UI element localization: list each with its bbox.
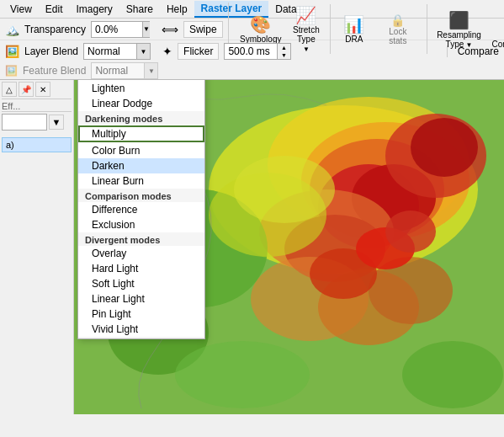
menu-edit[interactable]: Edit: [39, 2, 70, 17]
dd-item-hard-light[interactable]: Hard Light: [78, 261, 204, 276]
layer-blend-label: Layer Blend: [24, 45, 78, 57]
transparency-input[interactable]: 0.0% ▼: [91, 21, 150, 38]
dd-item-exclusion[interactable]: Exclusion: [78, 217, 204, 232]
dd-item-pin-light[interactable]: Pin Light: [78, 306, 204, 322]
flicker-input[interactable]: ▲ ▼: [224, 43, 291, 60]
dd-item-lighten[interactable]: Lighten: [78, 81, 204, 96]
lock-stats-button[interactable]: 🔒 Lock stats: [374, 11, 422, 48]
feature-blend-icon: 🖼️: [5, 65, 18, 77]
dd-item-linear-dodge[interactable]: Linear Dodge: [78, 96, 204, 111]
layer-item[interactable]: a): [2, 137, 72, 152]
dd-item-darken[interactable]: Darken: [78, 158, 204, 173]
panel-pin-btn[interactable]: 📌: [19, 82, 34, 97]
feature-blend-arrow: ▼: [144, 63, 157, 78]
svg-point-17: [402, 341, 503, 408]
dd-item-multiply[interactable]: Multiply: [78, 125, 204, 142]
svg-point-22: [385, 211, 436, 253]
feature-blend-combo: Normal ▼: [91, 62, 158, 79]
flicker-up-arrow[interactable]: ▲: [278, 44, 289, 51]
flicker-down-arrow[interactable]: ▼: [278, 51, 289, 59]
layer-blend-combo[interactable]: Normal ▼: [83, 43, 151, 60]
transparency-value: 0.0%: [92, 24, 142, 35]
main-area: △ 📌 ✕ Eff... ▼ a): [0, 80, 504, 414]
dd-section-darkening: Darkening modes: [78, 111, 204, 125]
dd-item-difference[interactable]: Difference: [78, 202, 204, 217]
lock-icon: 🔒: [390, 13, 405, 27]
feature-blend-label: Feature Blend: [23, 65, 86, 77]
dd-section-color-combination: Color combination modes: [78, 337, 204, 339]
resampling-type-button[interactable]: ⬛ ResamplingType: [432, 8, 485, 51]
dra-label: DRA: [345, 35, 363, 44]
stretch-type-button[interactable]: 📈 StretchType: [288, 3, 325, 56]
panel-collapse-btn[interactable]: △: [2, 82, 17, 97]
flicker-value-input[interactable]: [225, 44, 277, 59]
dd-item-overlay[interactable]: Overlay: [78, 246, 204, 261]
menu-imagery[interactable]: Imagery: [69, 2, 119, 17]
transparency-label: Transparency: [24, 24, 86, 35]
dd-item-linear-light[interactable]: Linear Light: [78, 291, 204, 306]
search-button[interactable]: ▼: [49, 115, 64, 130]
menu-share[interactable]: Share: [119, 2, 160, 17]
dd-section-comparison: Comparison modes: [78, 189, 204, 202]
swipe-button[interactable]: Swipe: [183, 21, 223, 38]
dra-button[interactable]: 📊 DRA: [336, 12, 373, 46]
symbology-button[interactable]: 🎨 Symbology: [236, 12, 286, 46]
stretch-label: StretchType: [293, 25, 320, 53]
stretch-icon: 📈: [295, 5, 316, 25]
dd-item-soft-light[interactable]: Soft Light: [78, 276, 204, 291]
svg-point-19: [234, 156, 335, 223]
toolbar-area: 🏔️ Transparency 0.0% ▼ ⟺ Swipe 🎨 Symbolo…: [0, 19, 504, 80]
dd-item-vivid-light[interactable]: Vivid Light: [78, 322, 204, 337]
dd-item-linear-burn[interactable]: Linear Burn: [78, 173, 204, 189]
search-row: ▼: [2, 114, 72, 131]
left-panel: △ 📌 ✕ Eff... ▼ a): [0, 80, 74, 414]
dra-icon: 📊: [343, 14, 364, 35]
layer-blend-icon: 🖼️: [5, 45, 19, 58]
band-combination-button[interactable]: 🟦 BandCombination: [487, 8, 504, 51]
search-input[interactable]: [2, 114, 47, 131]
swipe-icon: ⟺: [162, 23, 178, 36]
transparency-dropdown-arrow[interactable]: ▼: [142, 22, 150, 37]
svg-point-16: [175, 341, 310, 408]
eff-label: Eff...: [2, 101, 72, 112]
resampling-icon: ⬛: [448, 10, 470, 30]
layer-blend-dropdown[interactable]: Normal Lightening modes Screen Color Dod…: [77, 80, 205, 339]
menu-help[interactable]: Help: [160, 2, 194, 17]
lock-label: Lock stats: [380, 27, 416, 45]
panel-close-btn[interactable]: ✕: [35, 82, 50, 97]
map-area: Normal Lightening modes Screen Color Dod…: [74, 80, 504, 414]
panel-toolbar: △ 📌 ✕: [2, 82, 72, 99]
dd-section-divergent: Divergent modes: [78, 232, 204, 246]
feature-blend-value: Normal: [92, 65, 144, 77]
symbology-icon: 🎨: [250, 14, 271, 35]
layer-blend-dropdown-arrow[interactable]: ▼: [136, 44, 150, 59]
flicker-button[interactable]: Flicker: [178, 43, 219, 60]
svg-point-8: [411, 118, 478, 177]
menu-view[interactable]: View: [3, 2, 39, 17]
flicker-arrows: ▲ ▼: [277, 44, 289, 59]
dd-item-color-burn[interactable]: Color Burn: [78, 143, 204, 158]
transparency-icon: 🏔️: [5, 23, 19, 36]
layer-blend-value: Normal: [84, 45, 136, 57]
compare-label: Compare: [458, 45, 499, 57]
flicker-icon: ✦: [162, 45, 172, 58]
